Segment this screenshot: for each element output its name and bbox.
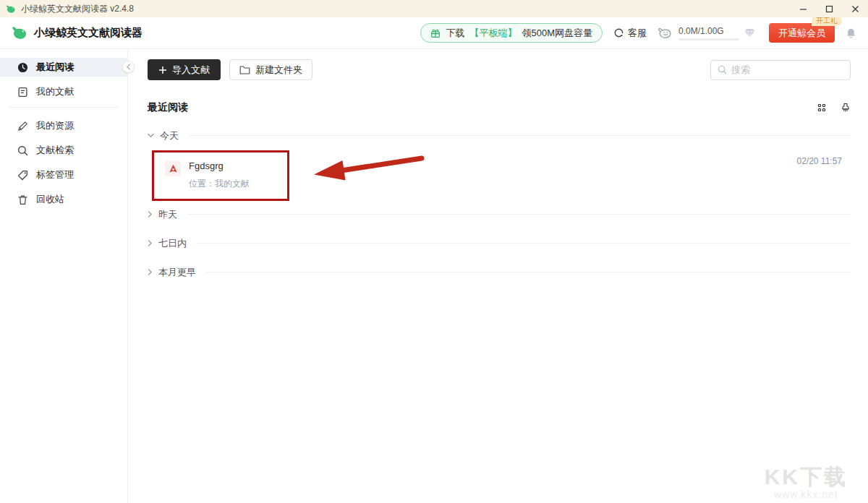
open-membership-button[interactable]: 开通鲸会员	[769, 23, 835, 43]
sidebar-item-literature-search[interactable]: 文献检索	[0, 141, 127, 160]
customer-support-button[interactable]: 客服	[613, 27, 647, 40]
storage-whale-icon	[658, 27, 673, 39]
whale-logo-icon	[12, 25, 29, 40]
document-title: Fgdsgrg	[189, 160, 250, 171]
search-icon	[718, 65, 727, 74]
search-icon	[17, 145, 28, 156]
diamond-icon	[744, 28, 755, 38]
main-panel: 导入文献 新建文件夹 最近阅读 今天	[128, 49, 868, 503]
view-options	[817, 103, 851, 113]
group-label: 七日内	[158, 237, 187, 250]
close-icon[interactable]	[842, 0, 868, 17]
tag-icon	[17, 170, 28, 181]
site-watermark: KK下载 www.kkx.net	[765, 465, 848, 500]
sidebar-item-tag-management[interactable]: 标签管理	[0, 165, 127, 184]
group-header-today[interactable]: 今天	[148, 130, 851, 141]
search-box	[710, 60, 851, 80]
group-label: 昨天	[158, 208, 177, 221]
pdf-file-icon	[165, 160, 181, 176]
chevron-right-icon	[148, 269, 153, 275]
sidebar-item-my-resources[interactable]: 我的资源	[0, 116, 127, 135]
search-input[interactable]	[731, 64, 843, 75]
chevron-right-icon	[148, 240, 153, 246]
plus-icon	[158, 66, 167, 74]
promo-badge: 开工礼	[812, 16, 842, 26]
document-card[interactable]: Fgdsgrg 位置：我的文献	[152, 150, 289, 201]
sidebar-item-my-documents[interactable]: 我的文献	[0, 82, 127, 101]
sidebar-item-label: 回收站	[36, 193, 64, 206]
page-title: 最近阅读	[148, 101, 188, 114]
document-location: 位置：我的文献	[189, 178, 250, 190]
download-pill-highlight: 【平板端】	[469, 27, 516, 40]
sidebar-item-recycle-bin[interactable]: 回收站	[0, 190, 127, 209]
grid-view-icon[interactable]	[817, 103, 827, 113]
clock-icon	[17, 62, 28, 73]
minimize-icon[interactable]	[790, 0, 816, 17]
app-logo-small-whale-icon	[6, 4, 17, 14]
sidebar: 最近阅读 我的文献 我的资源 文献检索 标签管理 回收站	[0, 49, 128, 503]
sidebar-item-label: 我的文献	[36, 85, 74, 98]
maximize-icon[interactable]	[816, 0, 842, 17]
download-tablet-banner[interactable]: 下载【平板端】领500M网盘容量	[420, 23, 603, 43]
section-header: 最近阅读	[148, 101, 851, 114]
annotation-arrow-icon	[310, 152, 427, 185]
window-controls	[790, 0, 868, 17]
storage-usage-block: 0.0M/1.00G	[678, 26, 739, 40]
sidebar-collapse-button[interactable]	[122, 61, 135, 73]
document-row: Fgdsgrg 位置：我的文献 02/20 11:57	[148, 150, 851, 201]
group-divider	[206, 272, 851, 272]
app-name: 小绿鲸英文文献阅读器	[34, 26, 142, 40]
group-divider	[187, 214, 851, 215]
chevron-down-icon	[148, 133, 154, 138]
gift-icon	[430, 28, 441, 38]
app-header: 小绿鲸英文文献阅读器 下载【平板端】领500M网盘容量 客服 0.0M/1.00…	[0, 17, 868, 49]
storage-usage-text: 0.0M/1.00G	[678, 26, 739, 36]
watermark-title: KK下载	[765, 465, 848, 489]
download-pill-suffix: 领500M网盘容量	[522, 27, 592, 40]
sidebar-item-label: 文献检索	[36, 144, 74, 157]
storage-progress-bar	[678, 38, 739, 40]
group-header-last-7-days[interactable]: 七日内	[148, 238, 851, 249]
chevron-right-icon	[148, 211, 153, 218]
document-timestamp: 02/20 11:57	[796, 156, 842, 166]
group-divider	[189, 135, 851, 136]
headset-icon	[613, 27, 624, 38]
new-folder-button[interactable]: 新建文件夹	[229, 59, 312, 80]
group-label: 本月更早	[158, 266, 196, 279]
document-icon	[17, 87, 28, 98]
new-folder-button-label: 新建文件夹	[255, 64, 302, 77]
sidebar-item-label: 我的资源	[36, 119, 74, 132]
trash-icon	[17, 194, 28, 205]
os-titlebar: 小绿鲸英文文献阅读器 v2.4.8	[0, 0, 868, 17]
sidebar-divider	[9, 107, 119, 108]
import-literature-button[interactable]: 导入文献	[148, 59, 221, 80]
header-actions: 下载【平板端】领500M网盘容量 客服 0.0M/1.00G 开通鲸会员 开工礼	[420, 23, 856, 43]
import-button-label: 导入文献	[172, 64, 210, 77]
group-header-yesterday[interactable]: 昨天	[148, 209, 851, 220]
folder-icon	[239, 65, 250, 74]
document-texts: Fgdsgrg 位置：我的文献	[189, 160, 250, 190]
sidebar-item-label: 标签管理	[36, 168, 74, 181]
support-label: 客服	[628, 27, 647, 40]
group-label: 今天	[160, 129, 179, 142]
watermark-url: www.kkx.net	[765, 489, 848, 500]
cloud-storage-widget[interactable]: 0.0M/1.00G	[658, 26, 755, 40]
sidebar-item-recent-reading[interactable]: 最近阅读	[0, 58, 127, 77]
pen-icon	[17, 121, 28, 132]
group-divider	[197, 243, 851, 244]
window-title: 小绿鲸英文文献阅读器 v2.4.8	[21, 3, 134, 15]
download-pill-prefix: 下载	[446, 27, 464, 40]
app-brand: 小绿鲸英文文献阅读器	[12, 25, 142, 40]
clean-brush-icon[interactable]	[841, 103, 851, 113]
notification-bell-icon[interactable]	[846, 27, 856, 39]
toolbar: 导入文献 新建文件夹	[148, 59, 851, 80]
group-header-earlier-this-month[interactable]: 本月更早	[148, 267, 851, 278]
sidebar-item-label: 最近阅读	[36, 61, 74, 74]
vip-membership: 开通鲸会员 开工礼	[769, 23, 835, 43]
